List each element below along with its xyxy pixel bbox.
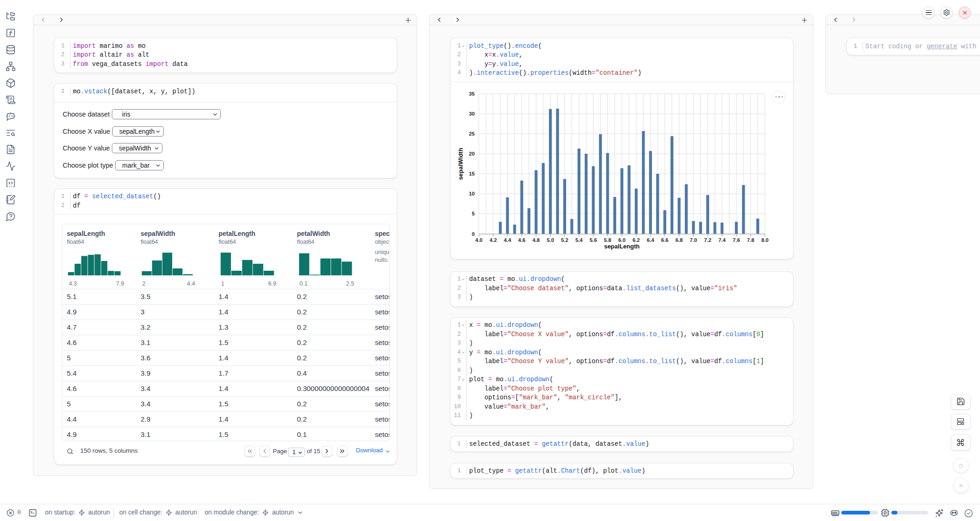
svg-text:20: 20 [469, 151, 475, 156]
svg-text:7.0: 7.0 [690, 237, 697, 243]
svg-text:7.8: 7.8 [747, 237, 754, 243]
svg-text:6.2: 6.2 [632, 237, 640, 243]
svg-text:4.2: 4.2 [490, 237, 497, 243]
svg-text:4.4: 4.4 [504, 237, 511, 243]
svg-text:35: 35 [469, 91, 475, 97]
svg-text:5.4: 5.4 [575, 237, 583, 243]
svg-text:7.4: 7.4 [718, 237, 726, 243]
svg-text:sepalLength: sepalLength [604, 243, 640, 250]
svg-text:5: 5 [472, 211, 475, 216]
svg-text:6.4: 6.4 [647, 237, 654, 243]
svg-text:15: 15 [469, 171, 475, 176]
svg-text:6.8: 6.8 [676, 237, 683, 243]
svg-text:sepalWidth: sepalWidth [457, 148, 464, 180]
svg-text:10: 10 [469, 191, 475, 196]
svg-text:5.8: 5.8 [604, 237, 612, 243]
svg-text:6.6: 6.6 [661, 237, 669, 243]
svg-text:25: 25 [469, 131, 475, 137]
svg-text:4.0: 4.0 [475, 237, 483, 243]
svg-text:5.6: 5.6 [590, 237, 597, 243]
svg-text:7.2: 7.2 [704, 237, 711, 243]
svg-text:4.8: 4.8 [532, 237, 540, 243]
svg-text:0: 0 [472, 231, 475, 236]
svg-text:4.6: 4.6 [518, 237, 526, 243]
svg-text:7.6: 7.6 [733, 237, 740, 243]
svg-text:30: 30 [469, 111, 475, 117]
svg-text:5.0: 5.0 [547, 237, 554, 243]
svg-text:8.0: 8.0 [761, 237, 769, 243]
svg-text:6.0: 6.0 [618, 237, 625, 243]
svg-text:5.2: 5.2 [561, 237, 568, 243]
